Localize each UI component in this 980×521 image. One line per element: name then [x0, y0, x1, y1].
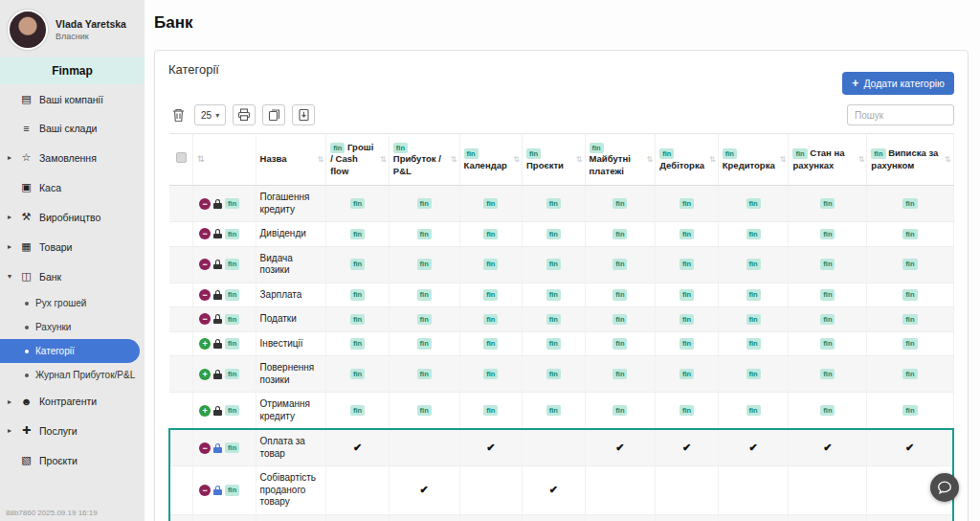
- row-select-cell[interactable]: [169, 331, 193, 356]
- fin-badge: fin: [225, 314, 239, 326]
- column-header[interactable]: fin Майбутні платежі⇅: [585, 134, 656, 186]
- row-select-cell[interactable]: [169, 356, 193, 393]
- search-input[interactable]: [847, 104, 954, 125]
- add-category-button[interactable]: + Додати категорію: [842, 72, 954, 95]
- sidebar-subitem[interactable]: Журнал Прибуток/P&L: [0, 363, 145, 387]
- sidebar-item-companies[interactable]: ▤Ваші компанії: [0, 84, 145, 114]
- sort-icon[interactable]: ⇅: [513, 154, 520, 164]
- sort-icon[interactable]: ⇅: [451, 154, 457, 164]
- sort-icon[interactable]: ⇅: [380, 154, 387, 164]
- sidebar-item-goods[interactable]: ▸▦Товари: [0, 232, 145, 261]
- sort-icon[interactable]: ⇅: [858, 154, 865, 164]
- row-select-cell[interactable]: [169, 307, 193, 332]
- fin-badge: fin: [417, 198, 432, 210]
- icons-column-header[interactable]: ⇅: [193, 134, 256, 186]
- category-row[interactable]: +finОтримання кредитуfinfinfinfinfinfinf…: [169, 393, 953, 430]
- sidebar-item-production[interactable]: ▸⚒Виробництво: [0, 202, 145, 232]
- category-row[interactable]: +finОтримання грошей за товар✔✔✔✔✔✔✔: [169, 514, 953, 521]
- fin-badge: fin: [483, 338, 498, 350]
- row-select-cell[interactable]: [169, 283, 193, 307]
- fin-badge-cell: fin: [585, 356, 656, 393]
- column-label: Майбутні платежі: [590, 153, 631, 175]
- category-row[interactable]: +finІнвестиціїfinfinfinfinfinfinfinfinfi…: [169, 331, 953, 356]
- card-head: Категорії + Додати категорію: [155, 51, 968, 97]
- row-select-cell[interactable]: [169, 246, 193, 283]
- fin-badge-cell: fin: [789, 356, 867, 393]
- page-size-select[interactable]: 25 ▾: [194, 104, 226, 125]
- column-header[interactable]: fin Гроші / Cash flow⇅: [326, 134, 390, 186]
- category-row[interactable]: +finПовернення позикиfinfinfinfinfinfinf…: [169, 356, 953, 393]
- fin-badge: fin: [590, 143, 604, 154]
- lock-icon: [213, 443, 222, 453]
- sidebar-item-orders[interactable]: ▸☆Замовлення: [0, 143, 145, 172]
- fin-badge: fin: [659, 148, 674, 160]
- row-select-cell[interactable]: [169, 186, 193, 222]
- sidebar-subitem[interactable]: Рух грошей: [0, 291, 145, 315]
- column-header[interactable]: fin Календар⇅: [459, 134, 523, 186]
- sort-icon[interactable]: ⇅: [197, 154, 205, 164]
- category-row[interactable]: −finВидача позикиfinfinfinfinfinfinfinfi…: [169, 246, 953, 283]
- fin-badge: fin: [746, 338, 761, 350]
- category-row[interactable]: −finЗарплатаfinfinfinfinfinfinfinfinfin: [169, 283, 953, 307]
- fin-badge-cell: fin: [523, 356, 586, 393]
- fin-badge: fin: [546, 198, 561, 210]
- sort-icon[interactable]: ⇅: [318, 154, 324, 164]
- duplicate-button[interactable]: [262, 104, 285, 125]
- column-header[interactable]: Назва⇅: [256, 134, 326, 186]
- fin-badge: fin: [902, 369, 917, 380]
- fin-badge: fin: [820, 369, 835, 380]
- row-select-cell[interactable]: [169, 466, 193, 515]
- user-card[interactable]: Vlada Yaretska Власник: [0, 0, 145, 57]
- fin-badge: fin: [483, 314, 498, 326]
- sidebar-item-cashbox[interactable]: ▣Каса: [0, 172, 145, 202]
- category-row[interactable]: −finСобівартість проданого товару✔✔: [169, 466, 953, 515]
- row-select-cell[interactable]: [169, 222, 193, 247]
- sidebar-subitem-label: Журнал Прибуток/P&L: [35, 370, 135, 380]
- check-cell: ✔: [789, 514, 867, 521]
- sidebar-subitem[interactable]: Категорії: [0, 339, 140, 363]
- sidebar-subitem-label: Рух грошей: [35, 298, 86, 308]
- column-header[interactable]: fin Кредиторка⇅: [718, 134, 789, 186]
- column-header[interactable]: fin Виписка за рахунком⇅: [867, 134, 953, 186]
- chat-button[interactable]: [930, 473, 959, 502]
- row-select-cell[interactable]: [169, 393, 193, 430]
- category-row[interactable]: −finОплата за товар✔✔✔✔✔✔✔: [169, 429, 953, 466]
- sort-icon[interactable]: ⇅: [780, 154, 787, 164]
- delete-button[interactable]: [168, 104, 188, 125]
- row-select-cell[interactable]: [169, 514, 193, 521]
- category-row[interactable]: −finПодаткиfinfinfinfinfinfinfinfinfin: [169, 307, 953, 332]
- row-select-cell[interactable]: [169, 429, 193, 466]
- fin-badge-cell: fin: [326, 307, 390, 332]
- fin-badge-cell: fin: [523, 283, 586, 307]
- sidebar-item-label: Замовлення: [39, 152, 97, 164]
- select-all-checkbox[interactable]: [176, 152, 187, 163]
- chevron-icon: ▸: [6, 242, 13, 251]
- sidebar-item-services[interactable]: ▸✚Послуги: [0, 416, 145, 445]
- fin-badge: fin: [902, 289, 917, 301]
- column-header[interactable]: fin Прибуток / P&L⇅: [389, 134, 459, 186]
- row-icons: +fin: [193, 356, 256, 393]
- column-header[interactable]: fin Проєкти⇅: [523, 134, 586, 186]
- fin-badge-cell: fin: [585, 393, 656, 430]
- services-icon: ✚: [20, 424, 33, 437]
- sort-icon[interactable]: ⇅: [945, 154, 951, 164]
- sort-icon[interactable]: ⇅: [647, 154, 654, 164]
- fin-badge-cell: fin: [523, 222, 586, 247]
- sidebar-item-bank[interactable]: ▾◫Банк: [0, 261, 145, 291]
- print-button[interactable]: [233, 104, 256, 125]
- sort-icon[interactable]: ⇅: [576, 154, 583, 164]
- sidebar-item-projects[interactable]: ▧Проєкти: [0, 445, 145, 475]
- fin-badge: fin: [546, 314, 561, 326]
- category-row[interactable]: −finДивідендиfinfinfinfinfinfinfinfinfin: [169, 222, 953, 247]
- column-header[interactable]: fin Стан на рахунках⇅: [789, 134, 867, 186]
- companies-icon: ▤: [20, 93, 33, 105]
- column-header[interactable]: fin Дебіторка⇅: [656, 134, 719, 186]
- sidebar-subitem-label: Рахунки: [35, 322, 71, 332]
- export-button[interactable]: [292, 104, 315, 125]
- categories-card: Категорії + Додати категорію 25 ▾: [154, 50, 969, 521]
- sidebar-item-warehouses[interactable]: ≡Ваші склади: [0, 114, 145, 143]
- sidebar-subitem[interactable]: Рахунки: [0, 315, 145, 339]
- category-row[interactable]: −finПогашення кредитуfinfinfinfinfinfinf…: [169, 186, 953, 222]
- sidebar-item-counterparties[interactable]: ▸☻Контрагенти: [0, 387, 145, 416]
- sort-icon[interactable]: ⇅: [709, 154, 716, 164]
